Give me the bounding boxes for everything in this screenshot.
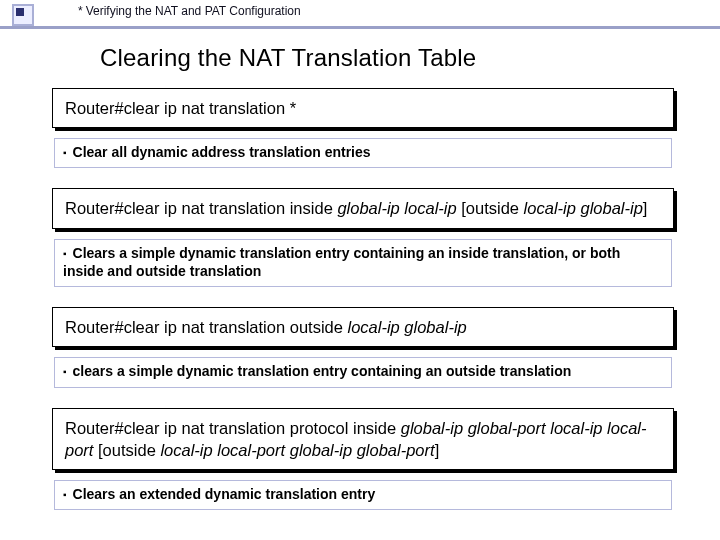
cmd-arg: local-ip local-port global-ip global-por… <box>160 441 434 459</box>
description-box: Clears an extended dynamic translation e… <box>54 480 672 510</box>
description-text: Clears a simple dynamic translation entr… <box>63 245 620 279</box>
page-title: Clearing the NAT Translation Table <box>100 44 476 72</box>
description-box: Clears a simple dynamic translation entr… <box>54 239 672 287</box>
cmd-suffix: ] <box>643 199 648 217</box>
header-bar: Verifying the NAT and PAT Configuration <box>0 0 720 29</box>
description-box: clears a simple dynamic translation entr… <box>54 357 672 387</box>
description-text: Clears an extended dynamic translation e… <box>63 486 375 502</box>
command-text: Router#clear ip nat translation inside g… <box>65 199 647 217</box>
command-box: Router#clear ip nat translation outside … <box>52 307 674 347</box>
description-box: Clear all dynamic address translation en… <box>54 138 672 168</box>
cmd-suffix: ] <box>435 441 440 459</box>
slide: Verifying the NAT and PAT Configuration … <box>0 0 720 540</box>
cmd-prefix: Router#clear ip nat translation inside <box>65 199 337 217</box>
cmd-arg: global-ip local-ip <box>337 199 456 217</box>
command-text: Router#clear ip nat translation protocol… <box>65 419 647 459</box>
cmd-arg: local-ip global-ip <box>348 318 467 336</box>
command-box: Router#clear ip nat translation protocol… <box>52 408 674 471</box>
breadcrumb: Verifying the NAT and PAT Configuration <box>78 4 301 18</box>
slide-body: Router#clear ip nat translation * Clear … <box>52 88 674 528</box>
cmd-mid: [outside <box>457 199 524 217</box>
description-text: clears a simple dynamic translation entr… <box>63 363 571 379</box>
description-text: Clear all dynamic address translation en… <box>63 144 371 160</box>
logo-square-icon <box>12 4 34 26</box>
cmd-arg: local-ip global-ip <box>524 199 643 217</box>
cmd-prefix: Router#clear ip nat translation outside <box>65 318 348 336</box>
cmd-mid: [outside <box>93 441 160 459</box>
cmd-prefix: Router#clear ip nat translation protocol… <box>65 419 401 437</box>
command-text: Router#clear ip nat translation * <box>65 99 296 117</box>
command-text: Router#clear ip nat translation outside … <box>65 318 467 336</box>
command-box: Router#clear ip nat translation * <box>52 88 674 128</box>
command-box: Router#clear ip nat translation inside g… <box>52 188 674 228</box>
